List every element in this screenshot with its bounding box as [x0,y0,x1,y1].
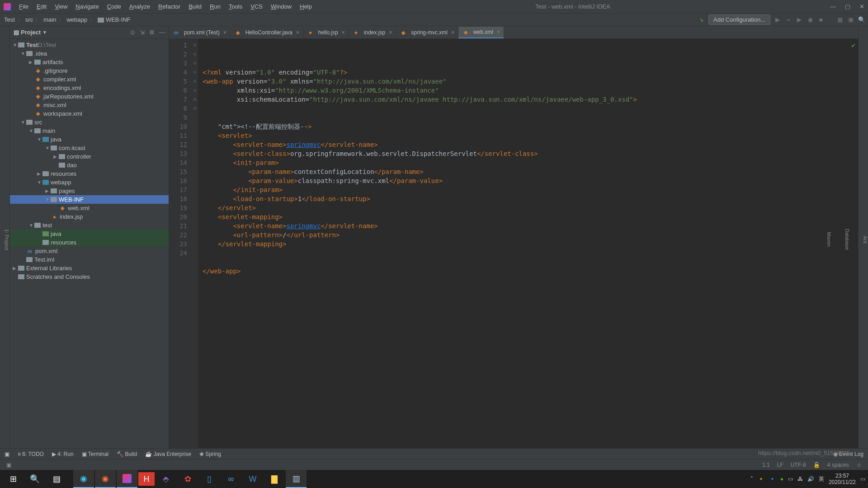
file-encoding[interactable]: UTF-8 [791,462,806,468]
intellij-icon[interactable] [117,470,137,488]
menu-run[interactable]: Run [206,1,224,12]
tab-close-icon[interactable]: × [497,29,500,35]
select-opened-file-icon[interactable]: ⊙ [130,29,135,36]
expand-all-icon[interactable]: ⇲ [140,29,145,36]
crumb-web-inf[interactable]: WEB-INF [96,16,132,23]
bottom-tool-build[interactable]: 🔨 Build [117,451,137,457]
tree-scratches-and-consoles[interactable]: Scratches and Consoles [10,272,169,281]
bottom-tool----run[interactable]: ▶ 4: Run [52,451,74,457]
tree-compiler-xml[interactable]: ◆compiler.xml [10,75,169,84]
search-button[interactable]: 🔍 [24,470,45,488]
layout-icon[interactable]: ▦ [836,16,844,23]
tray-battery-icon[interactable]: ▭ [788,476,793,482]
tab-close-icon[interactable]: × [451,29,454,36]
tab-close-icon[interactable]: × [296,29,299,36]
tree-test[interactable]: ▼test [10,221,169,230]
add-configuration-button[interactable]: Add Configuration... [708,14,770,25]
build-hammer-icon[interactable]: ↘ [698,16,705,23]
tray-network-icon[interactable]: 🖧 [797,476,803,482]
chevron-down-icon[interactable]: ▼ [42,30,47,35]
menu-tools[interactable]: Tools [225,1,246,12]
indent-info[interactable]: 4 spaces [827,462,849,468]
layout2-icon[interactable]: ▣ [847,16,854,23]
tray-app2-icon[interactable]: 🔹 [769,476,776,482]
bottom-tool-spring[interactable]: ❀ Spring [199,451,221,457]
menu-help[interactable]: Help [296,1,316,12]
crumb-src[interactable]: src [24,16,34,23]
tree-pages[interactable]: ▶pages [10,187,169,195]
tab-pom-xml--test-[interactable]: mpom.xml (Test)× [169,27,231,38]
status-left-icon[interactable]: ▣ [6,462,11,468]
tree-misc-xml[interactable]: ◆misc.xml [10,101,169,109]
tab-close-icon[interactable]: × [223,29,226,36]
stop-icon[interactable]: ■ [817,16,825,23]
tab-spring-mvc-xml[interactable]: ◆spring-mvc.xml× [396,27,458,38]
firefox-icon[interactable]: ◉ [95,470,116,488]
menu-vcs[interactable]: VCS [247,1,266,12]
tab-close-icon[interactable]: × [342,29,345,36]
menu-file[interactable]: File [15,1,32,12]
menu-build[interactable]: Build [185,1,205,12]
app-icon-red[interactable]: ✿ [177,470,198,488]
tree-webapp[interactable]: ▼webapp [10,178,169,187]
tree-pom-xml[interactable]: mpom.xml [10,247,169,255]
coverage-icon[interactable]: ▶ [796,16,803,23]
tree-resources[interactable]: ▶resources [10,169,169,178]
show-tool-icon[interactable]: ▣ [5,451,9,457]
tree-main[interactable]: ▼main [10,127,169,135]
notifications-icon[interactable]: ▭ [860,476,865,482]
tab-web-xml[interactable]: ◆web.xml× [458,27,504,38]
tree-java[interactable]: ▼java [10,135,169,144]
close-icon[interactable]: ✕ [859,3,864,10]
menu-navigate[interactable]: Navigate [72,1,102,12]
explorer-icon[interactable]: ▇ [264,470,285,488]
tree-workspace-xml[interactable]: ◆workspace.xml [10,109,169,118]
start-button[interactable]: ⊞ [3,470,24,488]
tree-resources[interactable]: resources [10,238,169,247]
tree-encodings-xml[interactable]: ◆encodings.xml [10,84,169,92]
search-everywhere-icon[interactable]: 🔍 [858,16,865,23]
tab-index-jsp[interactable]: ◆index.jsp× [349,27,396,38]
menu-code[interactable]: Code [104,1,125,12]
app-icon-h[interactable]: H [138,472,155,486]
code-editor[interactable]: 123456789101112131415161718192021222324 … [169,39,858,448]
tree-external-libraries[interactable]: ▶External Libraries [10,264,169,272]
tree--gitignore[interactable]: ◆.gitignore [10,66,169,75]
bottom-tool-terminal[interactable]: ▣ Terminal [82,451,108,457]
crumb-test[interactable]: Test [3,16,16,23]
notepad-icon[interactable]: ▥ [286,470,307,488]
tree-controller[interactable]: ▶controller [10,152,169,161]
menu-window[interactable]: Window [267,1,295,12]
profiler-icon[interactable]: ◉ [807,16,814,23]
tree-jarrepositories-xml[interactable]: ◆jarRepositories.xml [10,92,169,101]
tree-com-itcast[interactable]: ▼com.itcast [10,144,169,152]
edge-icon[interactable]: ◉ [73,470,94,488]
menu-view[interactable]: View [51,1,71,12]
line-separator[interactable]: LF [777,462,783,468]
tool-ant[interactable]: Ant [863,236,868,244]
vscode-icon[interactable]: ⬘ [156,470,176,488]
bottom-tool-java-enterprise[interactable]: ☕ Java Enterprise [145,451,191,457]
tray-volume-icon[interactable]: 🔊 [807,476,814,482]
crumb-webapp[interactable]: webapp [65,16,89,23]
run-icon[interactable]: ▶ [774,16,781,23]
tree-index-jsp[interactable]: ◆index.jsp [10,212,169,221]
menu-edit[interactable]: Edit [33,1,50,12]
tree-dao[interactable]: dao [10,161,169,169]
project-tree[interactable]: ▼Test D:\Test▼.idea▶artifacts◆.gitignore… [10,39,169,448]
tray-ime-icon[interactable]: 英 [819,475,824,483]
tray-wechat-icon[interactable]: ● [780,476,783,482]
debug-icon[interactable]: ⌁ [785,16,792,23]
menu-analyze[interactable]: Analyze [126,1,154,12]
tool----project[interactable]: 1: Project [4,229,9,250]
hide-icon[interactable]: — [159,29,165,36]
tab-close-icon[interactable]: × [389,29,392,36]
app-icon-phone[interactable]: ▯ [199,470,220,488]
inspect-icon[interactable]: ☺ [856,462,862,468]
tree-test[interactable]: ▼Test D:\Test [10,41,169,49]
tab-hellocontroller-java[interactable]: ◆HelloController.java× [231,27,303,38]
tree-java[interactable]: java [10,230,169,238]
readonly-icon[interactable]: 🔓 [813,462,820,468]
tree--idea[interactable]: ▼.idea [10,49,169,58]
tree-web-inf[interactable]: ▼WEB-INF [10,195,169,204]
